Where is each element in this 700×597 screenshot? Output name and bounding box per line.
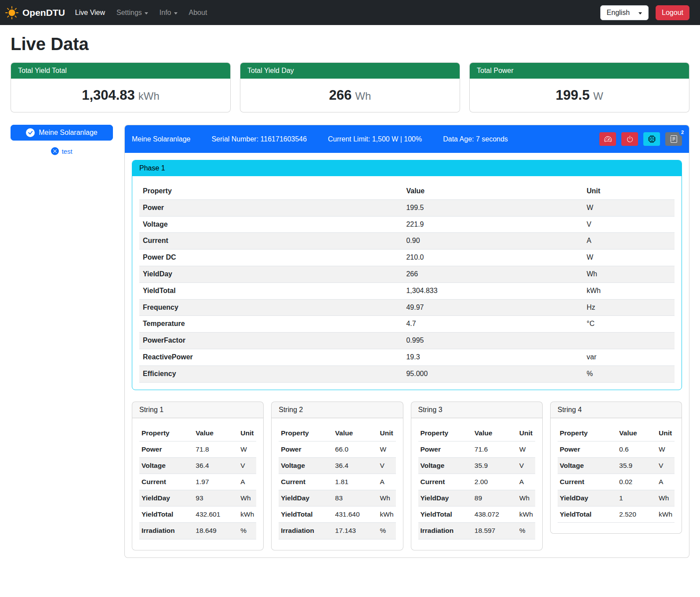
test-link[interactable]: test <box>62 148 72 155</box>
cell-property: PowerFactor <box>139 333 403 349</box>
language-select[interactable]: English <box>600 5 649 20</box>
cell-unit: W <box>235 441 256 457</box>
device-info-button[interactable] <box>643 132 660 146</box>
event-log-button[interactable]: 2 <box>665 132 682 146</box>
cell-value: 95.000 <box>403 365 580 382</box>
summary-card-body: 199.5W <box>470 79 689 112</box>
summary-card-body: 266Wh <box>240 79 460 112</box>
table-row: Current2.00A <box>418 474 535 490</box>
cell-property: YieldTotal <box>558 507 617 523</box>
nav-live-view[interactable]: Live View <box>69 5 111 20</box>
string-table: Property Value Unit Power71.6WVoltage35.… <box>418 425 535 539</box>
table-row: Current0.90A <box>139 233 675 250</box>
cell-value: 2.00 <box>472 474 514 490</box>
table-row: Current0.02A <box>558 474 675 490</box>
table-row: Voltage221.9V <box>139 216 675 233</box>
sidebar: Meine Solaranlage test <box>11 125 113 155</box>
summary-card-value: 266 <box>329 87 352 103</box>
nav-info[interactable]: Info <box>154 5 183 20</box>
nav-settings[interactable]: Settings <box>111 5 154 20</box>
cell-value: 36.4 <box>333 457 375 474</box>
table-row: YieldTotal432.601kWh <box>139 507 256 523</box>
cell-value: 432.601 <box>193 507 235 523</box>
cell-value: 66.0 <box>333 441 375 457</box>
cell-unit: Wh <box>235 490 256 507</box>
phase-table-head: Property Value Unit <box>139 183 675 199</box>
event-count-badge: 2 <box>679 129 686 136</box>
cell-value: 1.81 <box>333 474 375 490</box>
app-brand[interactable]: OpenDTU <box>5 6 65 19</box>
column-header-unit: Unit <box>235 425 256 441</box>
table-row: PowerFactor0.995 <box>139 333 675 349</box>
limit-settings-button[interactable] <box>599 132 616 146</box>
inverter-select-button[interactable]: Meine Solaranlage <box>11 125 113 141</box>
speedometer-icon <box>604 135 612 143</box>
cell-value: 18.649 <box>193 523 235 539</box>
cell-property: Voltage <box>558 457 617 474</box>
string-table: Property Value Unit Power66.0WVoltage36.… <box>279 425 395 539</box>
cell-value: 4.7 <box>403 316 580 333</box>
cell-unit: kWh <box>580 282 675 299</box>
cell-property: Voltage <box>418 457 472 474</box>
logout-button[interactable]: Logout <box>656 5 689 20</box>
string-table-head: Property Value Unit <box>279 425 395 441</box>
cell-property: YieldTotal <box>279 507 333 523</box>
sidebar-item-test: test <box>11 147 113 155</box>
caret-down-icon <box>174 12 178 14</box>
nav-about[interactable]: About <box>183 5 213 20</box>
power-icon <box>626 135 634 143</box>
table-row: Power DC210.0W <box>139 250 675 266</box>
cell-unit: A <box>580 233 675 250</box>
phase-table-body: Power199.5WVoltage221.9VCurrent0.90APowe… <box>139 199 675 382</box>
cell-value: 199.5 <box>403 199 580 216</box>
cell-value: 0.6 <box>617 441 653 457</box>
cell-value: 71.6 <box>472 441 514 457</box>
string-title: String 4 <box>551 402 682 418</box>
cell-property: Power DC <box>139 250 403 266</box>
power-button[interactable] <box>621 132 638 146</box>
summary-card-unit: kWh <box>138 90 160 102</box>
nav-about-label: About <box>189 9 207 17</box>
x-circle-icon[interactable] <box>51 147 59 155</box>
phase-title: Phase 1 <box>132 160 682 176</box>
cell-unit: V <box>580 216 675 233</box>
cell-value: 19.3 <box>403 349 580 365</box>
cell-property: Voltage <box>279 457 333 474</box>
table-row: Irradiation17.143% <box>279 523 395 539</box>
column-header-unit: Unit <box>653 425 675 441</box>
cell-value: 93 <box>193 490 235 507</box>
table-row: Power71.8W <box>139 441 256 457</box>
cell-property: Irradiation <box>139 523 193 539</box>
inverter-card-header: Meine Solaranlage Serial Number: 1161716… <box>125 125 689 153</box>
cell-value: 431.640 <box>333 507 375 523</box>
column-header-unit: Unit <box>580 183 675 199</box>
cell-value: 266 <box>403 266 580 282</box>
cell-unit: var <box>580 349 675 365</box>
table-header-row: Property Value Unit <box>279 425 395 441</box>
summary-card-value: 1,304.83 <box>82 87 135 103</box>
summary-cards: Total Yield Total 1,304.83kWh Total Yiel… <box>11 62 689 112</box>
cell-property: Temperature <box>139 316 403 333</box>
cell-property: Current <box>139 474 193 490</box>
string-card-body: Property Value Unit Power0.6WVoltage35.9… <box>551 418 682 534</box>
cell-unit: Wh <box>580 266 675 282</box>
table-row: Current1.81A <box>279 474 395 490</box>
cell-property: Power <box>139 199 403 216</box>
string-table-head: Property Value Unit <box>558 425 675 441</box>
phase-table: Property Value Unit Power199.5WVoltage22… <box>139 183 675 383</box>
cell-value: 49.97 <box>403 299 580 316</box>
summary-card-value: 199.5 <box>555 87 590 103</box>
cell-property: Efficiency <box>139 365 403 382</box>
table-row: ReactivePower19.3var <box>139 349 675 365</box>
column-header-unit: Unit <box>375 425 396 441</box>
cell-property: YieldDay <box>279 490 333 507</box>
navbar-right: English Logout <box>600 5 689 20</box>
string-title: String 2 <box>272 402 403 418</box>
nav-links: Live View Settings Info About <box>69 5 213 20</box>
table-header-row: Property Value Unit <box>418 425 535 441</box>
string-card-1: String 1 Property Value Unit <box>132 402 264 550</box>
summary-card-total-power: Total Power 199.5W <box>469 62 689 112</box>
strings-row: String 1 Property Value Unit <box>132 402 682 550</box>
summary-card-unit: Wh <box>355 90 371 102</box>
cell-value: 1 <box>617 490 653 507</box>
